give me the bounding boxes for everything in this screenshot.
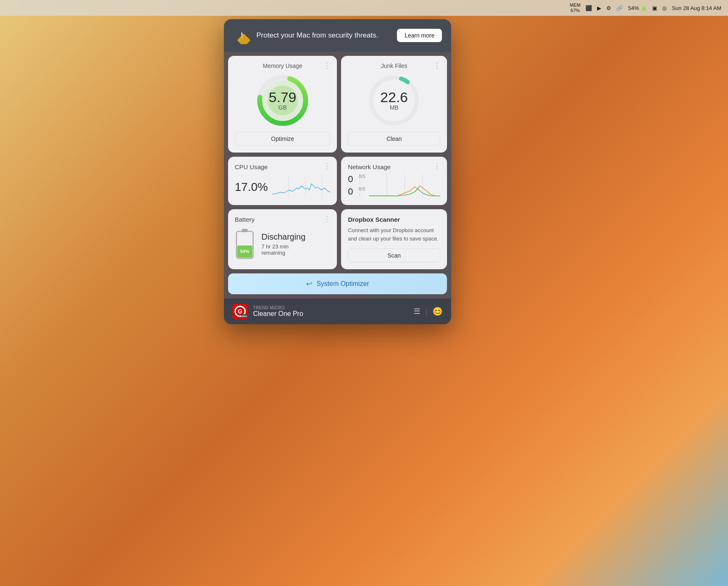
footer-divider: | bbox=[425, 307, 427, 316]
network-card-title: Network Usage bbox=[348, 163, 440, 170]
menubar-icon-1: ⬛ bbox=[585, 5, 592, 11]
junk-card-title: Junk Files bbox=[348, 63, 440, 69]
brand-company: TREND MICRO bbox=[253, 306, 303, 310]
menubar: MEM 67% ⬛ ▶ ⚙ 🔗 54% 🔋 ▣ ◎ Sun 28 Aug 8:1… bbox=[0, 0, 728, 16]
svg-text:G: G bbox=[238, 308, 243, 315]
optimize-button[interactable]: Optimize bbox=[235, 132, 330, 146]
network-content: 0 B/S ↑ 0 B/S ↓ bbox=[348, 174, 440, 197]
battery-content: 54% Discharging 7 hr 23 min remaining bbox=[235, 228, 330, 260]
security-banner: ! Protect your Mac from security threats… bbox=[224, 19, 451, 52]
footer-brand: G PRO TREND MICRO Cleaner One Pro bbox=[232, 303, 303, 319]
junk-unit: MB bbox=[380, 104, 408, 111]
memory-card-menu[interactable]: ⋮ bbox=[323, 62, 331, 69]
warning-icon: ! bbox=[233, 27, 251, 44]
dropbox-card: Dropbox Scanner Connect with your Dropbo… bbox=[341, 209, 447, 269]
battery-time: 7 hr 23 min remaining bbox=[261, 243, 306, 256]
brand-logo: G PRO bbox=[232, 303, 248, 319]
brand-name: Cleaner One Pro bbox=[253, 310, 303, 318]
footer-smile-button[interactable]: 😊 bbox=[432, 306, 443, 316]
network-card: Network Usage ⋮ 0 B/S ↑ 0 B/S bbox=[341, 157, 447, 205]
security-banner-left: ! Protect your Mac from security threats… bbox=[233, 27, 378, 44]
battery-status: Discharging bbox=[261, 232, 306, 242]
footer-menu-button[interactable]: ☰ bbox=[414, 307, 420, 316]
system-optimizer-button[interactable]: ↩ System Optimizer bbox=[228, 273, 447, 294]
battery-card: Battery ⋮ 54% Discharging 7 hr bbox=[228, 209, 337, 269]
memory-unit: GB bbox=[269, 104, 296, 111]
cpu-card-title: CPU Usage bbox=[235, 163, 330, 170]
network-download-arrow: ↓ bbox=[359, 192, 365, 197]
system-optimizer-label: System Optimizer bbox=[316, 280, 369, 288]
svg-text:PRO: PRO bbox=[241, 315, 247, 318]
memory-card-title: Memory Usage bbox=[235, 63, 330, 69]
network-upload-arrow: ↑ bbox=[359, 179, 365, 184]
learn-more-button[interactable]: Learn more bbox=[397, 29, 442, 42]
scan-button[interactable]: Scan bbox=[348, 248, 440, 263]
memory-card: Memory Usage ⋮ bbox=[228, 56, 337, 153]
clean-button[interactable]: Clean bbox=[348, 132, 440, 146]
menubar-link-icon: 🔗 bbox=[616, 5, 623, 11]
system-optimizer-icon: ↩ bbox=[306, 279, 312, 288]
cpu-value: 17.0% bbox=[235, 180, 268, 194]
battery-card-title: Battery bbox=[235, 216, 330, 223]
cpu-card: CPU Usage ⋮ 17.0% bbox=[228, 157, 337, 205]
mem-indicator: MEM 67% bbox=[570, 3, 581, 13]
network-upload-row: 0 B/S ↑ bbox=[348, 174, 365, 185]
junk-card-menu[interactable]: ⋮ bbox=[433, 62, 441, 69]
menubar-datetime: Sun 28 Aug 8:14 AM bbox=[672, 5, 721, 11]
svg-text:!: ! bbox=[241, 31, 243, 39]
memory-value: 5.79 bbox=[269, 90, 296, 104]
network-chart bbox=[369, 174, 440, 197]
network-card-menu[interactable]: ⋮ bbox=[433, 163, 441, 170]
cpu-card-menu[interactable]: ⋮ bbox=[323, 163, 331, 170]
widget-footer: G PRO TREND MICRO Cleaner One Pro ☰ | 😊 bbox=[224, 298, 451, 324]
cards-grid: Memory Usage ⋮ bbox=[224, 52, 451, 273]
menubar-display-icon: ▣ bbox=[652, 5, 657, 11]
cpu-chart bbox=[272, 175, 330, 198]
network-upload-val: 0 bbox=[348, 174, 356, 185]
security-text: Protect your Mac from security threats. bbox=[256, 31, 378, 40]
battery-card-menu[interactable]: ⋮ bbox=[323, 215, 331, 223]
network-stats: 0 B/S ↑ 0 B/S ↓ bbox=[348, 174, 365, 197]
junk-value: 22.6 bbox=[380, 90, 408, 104]
junk-donut-container: 22.6 MB bbox=[348, 73, 440, 128]
cpu-content: 17.0% bbox=[235, 175, 330, 198]
footer-actions: ☰ | 😊 bbox=[414, 306, 443, 316]
battery-icon: 54% bbox=[235, 228, 255, 260]
junk-card: Junk Files ⋮ 22.6 MB Clean bbox=[341, 56, 447, 153]
dropbox-description: Connect with your Dropbox account and cl… bbox=[348, 226, 440, 243]
menubar-siri-icon: ◎ bbox=[662, 5, 667, 11]
network-download-val: 0 bbox=[348, 186, 356, 197]
svg-text:54%: 54% bbox=[240, 249, 249, 254]
network-download-row: 0 B/S ↓ bbox=[348, 186, 365, 197]
menubar-battery: 54% 🔋 bbox=[628, 5, 647, 11]
brand-text: TREND MICRO Cleaner One Pro bbox=[253, 306, 303, 318]
network-download-unit: B/S bbox=[359, 187, 365, 192]
memory-donut-container: 5.79 GB bbox=[235, 73, 330, 128]
network-upload-unit: B/S bbox=[359, 174, 365, 179]
widget-panel: ! Protect your Mac from security threats… bbox=[224, 19, 451, 324]
svg-rect-15 bbox=[242, 229, 248, 232]
menubar-play-icon: ▶ bbox=[597, 5, 601, 11]
dropbox-title: Dropbox Scanner bbox=[348, 216, 440, 223]
svg-rect-0 bbox=[237, 33, 251, 44]
battery-info: Discharging 7 hr 23 min remaining bbox=[261, 232, 306, 256]
menubar-tools-icon: ⚙ bbox=[606, 5, 611, 11]
